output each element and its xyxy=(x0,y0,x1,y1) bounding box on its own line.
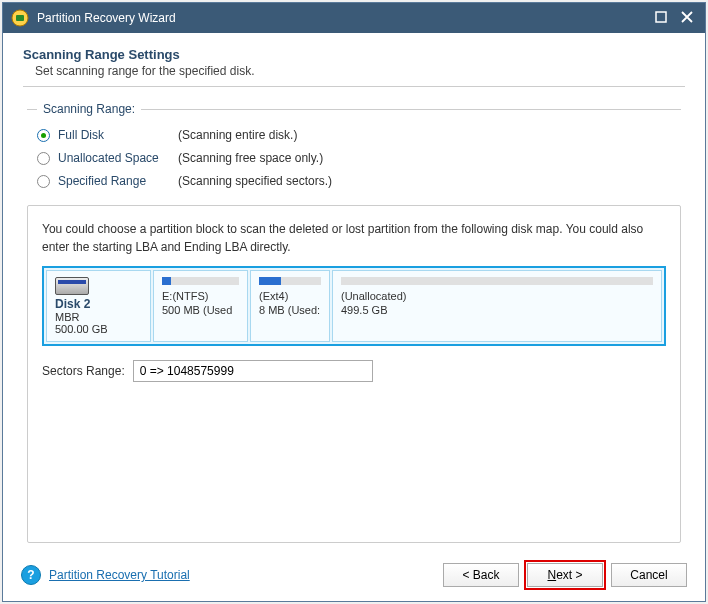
radio-desc: (Scanning specified sectors.) xyxy=(178,174,332,188)
page-subheading: Set scanning range for the specified dis… xyxy=(35,64,685,78)
disk-map-box: You could choose a partition block to sc… xyxy=(27,205,681,543)
hdd-icon xyxy=(55,277,89,295)
usage-bar xyxy=(259,277,321,285)
cancel-button[interactable]: Cancel xyxy=(611,563,687,587)
partition-size: 8 MB (Used: 1 xyxy=(259,303,321,317)
partition-label: E:(NTFS) xyxy=(162,289,239,303)
page-heading: Scanning Range Settings xyxy=(23,47,685,62)
radio-label: Full Disk xyxy=(58,128,178,142)
usage-bar xyxy=(162,277,239,285)
partition-block[interactable]: (Unallocated) 499.5 GB xyxy=(332,270,662,342)
help-icon[interactable]: ? xyxy=(21,565,41,585)
sectors-range-row: Sectors Range: xyxy=(42,360,666,382)
next-button[interactable]: Next > xyxy=(527,563,603,587)
disk-map[interactable]: Disk 2 MBR 500.00 GB E:(NTFS) 500 MB (Us… xyxy=(42,266,666,346)
usage-bar xyxy=(341,277,653,285)
instruction-text: You could choose a partition block to sc… xyxy=(42,220,666,256)
sectors-range-input[interactable] xyxy=(133,360,373,382)
content-area: Scanning Range Settings Set scanning ran… xyxy=(3,33,705,553)
svg-rect-2 xyxy=(656,12,666,22)
disk-scheme: MBR xyxy=(55,311,142,323)
window-title: Partition Recovery Wizard xyxy=(37,11,655,25)
back-button[interactable]: < Back xyxy=(443,563,519,587)
footer: ? Partition Recovery Tutorial < Back Nex… xyxy=(3,553,705,601)
partition-size: 500 MB (Used xyxy=(162,303,239,317)
radio-desc: (Scanning entire disk.) xyxy=(178,128,297,142)
titlebar: Partition Recovery Wizard xyxy=(3,3,705,33)
radio-label: Specified Range xyxy=(58,174,178,188)
disk-name: Disk 2 xyxy=(55,297,142,311)
disk-info-cell[interactable]: Disk 2 MBR 500.00 GB xyxy=(46,270,151,342)
close-icon[interactable] xyxy=(681,10,693,26)
radio-icon[interactable] xyxy=(37,129,50,142)
scan-range-legend: Scanning Range: xyxy=(37,102,141,116)
svg-rect-1 xyxy=(16,15,24,21)
disk-size: 500.00 GB xyxy=(55,323,142,335)
radio-label: Unallocated Space xyxy=(58,151,178,165)
app-icon xyxy=(11,9,29,27)
partition-label: (Ext4) xyxy=(259,289,321,303)
partition-block[interactable]: E:(NTFS) 500 MB (Used xyxy=(153,270,248,342)
wizard-window: Partition Recovery Wizard Scanning Range… xyxy=(2,2,706,602)
radio-specified[interactable]: Specified Range (Scanning specified sect… xyxy=(37,174,671,188)
radio-icon[interactable] xyxy=(37,175,50,188)
maximize-icon[interactable] xyxy=(655,10,667,26)
sectors-range-label: Sectors Range: xyxy=(42,364,125,378)
radio-icon[interactable] xyxy=(37,152,50,165)
divider xyxy=(23,86,685,87)
tutorial-link[interactable]: Partition Recovery Tutorial xyxy=(49,568,190,582)
radio-unallocated[interactable]: Unallocated Space (Scanning free space o… xyxy=(37,151,671,165)
radio-desc: (Scanning free space only.) xyxy=(178,151,323,165)
partition-size: 499.5 GB xyxy=(341,303,653,317)
partition-label: (Unallocated) xyxy=(341,289,653,303)
window-controls xyxy=(655,10,699,26)
radio-full-disk[interactable]: Full Disk (Scanning entire disk.) xyxy=(37,128,671,142)
partition-block[interactable]: (Ext4) 8 MB (Used: 1 xyxy=(250,270,330,342)
